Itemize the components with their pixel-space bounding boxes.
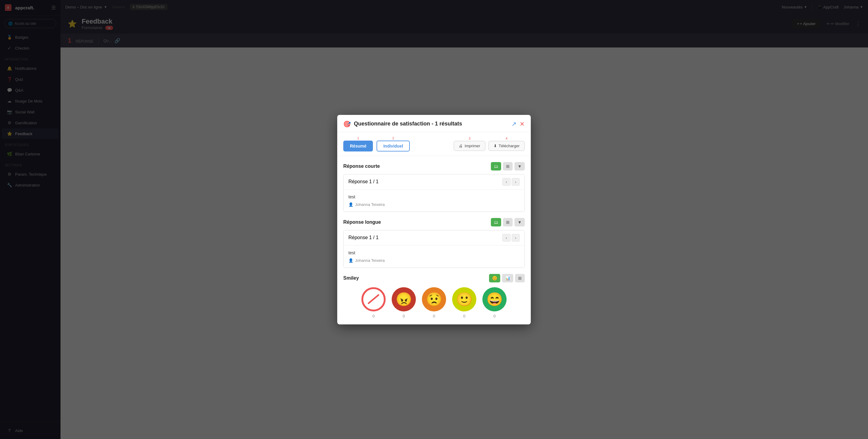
modal-toolbar: 1 Résumé 2 Individuel 3 🖨 Imprimer (337, 132, 531, 156)
smiley-sad-count: 0 (433, 314, 435, 318)
filter-button-longue[interactable]: ▼ (515, 218, 525, 226)
next-button-courte[interactable]: › (512, 178, 520, 186)
prev-button-courte[interactable]: ‹ (502, 178, 510, 186)
modal-header-icon: 🎯 (343, 120, 351, 128)
telecharger-wrapper: 4 ⬇ Télécharger (489, 137, 525, 151)
smiley-sad: 😟 0 (422, 287, 446, 318)
user-icon-courte: 👤 (348, 202, 353, 207)
card-view-button-courte[interactable]: 🗂 (491, 162, 501, 170)
response-user-longue: 👤 Johanna Teixeira (348, 258, 520, 263)
angry-smiley-icon: 😠 (392, 287, 416, 311)
response-card-longue: Réponse 1 / 1 ‹ › test 👤 Johanna Teixeir… (343, 230, 525, 268)
section-smiley-tools: 😊 📊 ⊞ (489, 274, 525, 282)
imprimer-wrapper: 3 🖨 Imprimer (454, 137, 485, 151)
modal-title: Questionnaire de satisfaction - 1 résult… (354, 121, 508, 127)
table-view-button-smiley[interactable]: ⊞ (515, 274, 525, 282)
prev-button-longue[interactable]: ‹ (502, 234, 510, 242)
modal-body: Réponse courte 🗂 ⊞ ▼ Réponse 1 / 1 ‹ (337, 156, 531, 324)
section-reponse-longue-tools: 🗂 ⊞ ▼ (491, 218, 525, 226)
smiley-angry: 😠 0 (392, 287, 416, 318)
tab-individuel-button[interactable]: Individuel (376, 140, 409, 152)
smiley-neutral: 🙂 0 (452, 287, 476, 318)
smiley-happy: 😄 0 (483, 287, 506, 318)
imprimer-number: 3 (468, 137, 470, 140)
main-content: Demo – Doc en ligne ▼ Johanna # 53nX0Mbj… (61, 0, 868, 439)
response-card-longue-header: Réponse 1 / 1 ‹ › (344, 230, 524, 246)
chart-view-button[interactable]: 📊 (502, 274, 513, 282)
telecharger-number: 4 (506, 137, 507, 140)
section-smiley-title: Smiley (343, 276, 359, 281)
smiley-happy-count: 0 (493, 314, 495, 318)
card-view-button-longue[interactable]: 🗂 (491, 218, 501, 226)
filter-button-courte[interactable]: ▼ (515, 162, 525, 170)
modal-header: 🎯 Questionnaire de satisfaction - 1 résu… (337, 115, 531, 132)
response-nav-courte: ‹ › (502, 178, 520, 186)
response-nav-longue: ‹ › (502, 234, 520, 242)
smiley-neutral-count: 0 (463, 314, 465, 318)
response-card-courte: Réponse 1 / 1 ‹ › test 👤 Johanna Teixeir… (343, 174, 525, 212)
response-text-longue: test (348, 250, 520, 255)
smiley-view-button[interactable]: 😊 (489, 274, 500, 282)
section-reponse-longue-title: Réponse longue (343, 220, 381, 225)
table-view-button-courte[interactable]: ⊞ (503, 162, 513, 170)
print-icon: 🖨 (459, 144, 463, 148)
table-view-button-longue[interactable]: ⊞ (503, 218, 513, 226)
happy-smiley-icon: 😄 (483, 287, 506, 311)
sad-smiley-icon: 😟 (422, 287, 446, 311)
response-pagination-courte: Réponse 1 / 1 (348, 179, 379, 184)
section-reponse-courte-tools: 🗂 ⊞ ▼ (491, 162, 525, 170)
smiley-no-entry-count: 0 (372, 314, 374, 318)
smiley-section: Smiley 😊 📊 ⊞ 0 (343, 274, 525, 318)
no-entry-icon (362, 287, 385, 311)
response-text-courte: test (348, 194, 520, 199)
tab-resume-button[interactable]: Résumé (343, 140, 373, 152)
neutral-smiley-icon: 🙂 (452, 287, 476, 311)
download-icon: ⬇ (494, 144, 497, 148)
user-icon-longue: 👤 (348, 258, 353, 263)
section-reponse-courte-header: Réponse courte 🗂 ⊞ ▼ (343, 162, 525, 170)
telecharger-button[interactable]: ⬇ Télécharger (489, 141, 525, 151)
smiley-angry-count: 0 (403, 314, 405, 318)
content-area: 🎯 Questionnaire de satisfaction - 1 résu… (61, 48, 868, 439)
modal-toolbar-right: 3 🖨 Imprimer 4 ⬇ Télécharger (454, 137, 525, 151)
response-card-courte-body: test 👤 Johanna Teixeira (344, 190, 524, 212)
tab-individuel-wrapper: 2 Individuel (376, 136, 409, 152)
response-card-courte-header: Réponse 1 / 1 ‹ › (344, 175, 524, 190)
next-button-longue[interactable]: › (512, 234, 520, 242)
modal-close-button[interactable]: ✕ (520, 120, 525, 128)
tab-individuel-number: 2 (392, 136, 394, 140)
smiley-row: 0 😠 0 😟 0 (343, 287, 525, 318)
response-pagination-longue: Réponse 1 / 1 (348, 235, 379, 240)
response-card-longue-body: test 👤 Johanna Teixeira (344, 246, 524, 268)
modal-share-button[interactable]: ↗ (512, 120, 517, 128)
section-smiley-header: Smiley 😊 📊 ⊞ (343, 274, 525, 282)
modal-overlay[interactable]: 🎯 Questionnaire de satisfaction - 1 résu… (61, 48, 868, 439)
tab-resume-number: 1 (357, 136, 359, 140)
modal: 🎯 Questionnaire de satisfaction - 1 résu… (337, 115, 531, 324)
section-reponse-courte-title: Réponse courte (343, 163, 380, 169)
section-reponse-longue-header: Réponse longue 🗂 ⊞ ▼ (343, 218, 525, 226)
response-user-courte: 👤 Johanna Teixeira (348, 202, 520, 207)
smiley-no-entry: 0 (362, 287, 385, 318)
tab-resume-wrapper: 1 Résumé (343, 136, 373, 152)
imprimer-button[interactable]: 🖨 Imprimer (454, 141, 485, 151)
